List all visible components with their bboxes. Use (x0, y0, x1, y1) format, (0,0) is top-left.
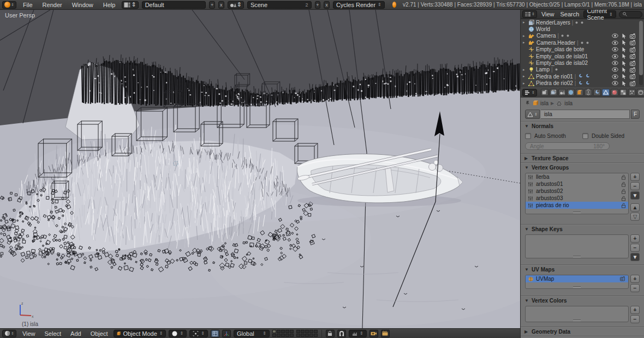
layer-toggle[interactable] (296, 334, 300, 337)
vcol-add-button[interactable]: + (630, 306, 640, 314)
render-cam-icon[interactable] (630, 67, 636, 73)
list-item-label[interactable]: arbustos01 (536, 181, 563, 187)
properties-tab-render-layers[interactable] (550, 89, 557, 96)
render-cam-icon[interactable] (630, 53, 636, 59)
eye-icon[interactable] (612, 61, 618, 66)
pointer-icon[interactable] (622, 74, 627, 79)
expand-arrow-icon[interactable]: ▸ (523, 74, 527, 79)
properties-editor-type-button[interactable]: ⇕ (522, 89, 537, 96)
outliner-menu-search[interactable]: Search (559, 11, 581, 17)
render-cam-icon[interactable] (630, 74, 636, 79)
auto-smooth-checkbox[interactable] (525, 133, 531, 139)
render-cam-icon[interactable] (630, 47, 636, 52)
expand-arrow-icon[interactable]: ▸ (523, 68, 527, 72)
layout-selector[interactable]: Default (142, 1, 206, 9)
section-uv-maps-header[interactable]: ▼ UV Maps (521, 265, 644, 274)
viewport-menu-select[interactable]: Select (41, 330, 65, 337)
breadcrumb-object-name[interactable]: isla (540, 100, 548, 106)
scene-delete-button[interactable]: x (324, 1, 330, 9)
list-resize-grip[interactable] (573, 256, 581, 257)
list-item-label[interactable]: piedras de rio (536, 202, 569, 208)
section-normals-header[interactable]: ▼ Normals (521, 122, 644, 130)
dot-icon[interactable] (580, 21, 584, 25)
pointer-icon[interactable] (622, 61, 627, 66)
lock-open-icon[interactable] (621, 182, 626, 187)
list-resize-grip[interactable] (573, 286, 581, 288)
pointer-icon[interactable] (622, 40, 627, 45)
outliner-item-label[interactable]: Empty_olas de isla02 (536, 60, 588, 66)
layer-grid-1[interactable] (272, 330, 294, 337)
layer-toggle[interactable] (305, 334, 309, 337)
outliner-search-input[interactable] (619, 11, 642, 18)
menu-file[interactable]: File (20, 2, 36, 8)
eye-icon[interactable] (612, 33, 618, 39)
pointer-icon[interactable] (622, 47, 627, 52)
layer-toggle[interactable] (290, 334, 294, 337)
layer-toggle[interactable] (272, 330, 276, 333)
viewport-editor-type-button[interactable]: ⇕ (2, 330, 16, 337)
menu-help[interactable]: Help (100, 2, 119, 8)
object-cube-icon[interactable] (533, 100, 538, 106)
outliner-row[interactable]: ▸RenderLayers| (521, 19, 644, 26)
pointer-icon[interactable] (622, 81, 627, 86)
layer-toggle[interactable] (277, 330, 281, 333)
pivot-selector[interactable]: ⇕ (189, 330, 208, 337)
layout-add-button[interactable]: + (209, 1, 215, 9)
viewport-menu-object[interactable]: Object (87, 330, 111, 337)
outliner-item-label[interactable]: Empty_olas de bote (536, 46, 584, 52)
expand-arrow-icon[interactable]: ▸ (523, 34, 527, 38)
properties-tab-particles[interactable] (628, 89, 636, 96)
render-cam-icon[interactable] (630, 33, 636, 39)
pointer-icon[interactable] (622, 33, 627, 39)
eye-icon[interactable] (612, 40, 618, 45)
dot-icon[interactable] (554, 68, 558, 71)
menu-window[interactable]: Window (69, 2, 97, 8)
eye-icon[interactable] (612, 74, 618, 79)
layer-toggle[interactable] (305, 330, 309, 333)
outliner-row[interactable]: ▸Camera.Header| (521, 39, 644, 46)
properties-tab-texture[interactable] (619, 89, 627, 96)
shapekey-specials-button[interactable]: ▼ (630, 253, 640, 261)
properties-tab-world[interactable] (567, 89, 575, 96)
outliner-row[interactable]: Empty_olas de isla02 (521, 59, 644, 66)
outliner-row[interactable]: ▸Camera| (521, 33, 644, 39)
section-shape-keys-header[interactable]: ▼ Shape Keys (521, 225, 644, 233)
layout-delete-button[interactable]: x (218, 1, 224, 9)
outliner-item-label[interactable]: Empty_olas de isla01 (536, 53, 588, 59)
list-item[interactable]: piedras de rio (526, 202, 628, 209)
vgroup-move-up-button[interactable]: ▲ (630, 203, 640, 212)
expand-arrow-icon[interactable]: ▸ (523, 81, 527, 86)
layer-toggle[interactable] (314, 334, 318, 337)
layer-toggle[interactable] (296, 330, 300, 333)
viewport-menu-view[interactable]: View (19, 330, 39, 337)
double-sided-checkbox[interactable] (582, 133, 588, 139)
lock-open-icon[interactable] (621, 174, 626, 180)
shapekey-add-button[interactable]: + (630, 234, 640, 243)
layer-toggle[interactable] (301, 334, 305, 337)
manipulator-axis-icon[interactable] (222, 330, 231, 337)
breadcrumb-data-name[interactable]: isla (564, 100, 573, 106)
layer-grid-2[interactable] (296, 330, 318, 337)
layer-toggle[interactable] (309, 334, 313, 337)
wrench-icon[interactable] (577, 74, 583, 79)
eye-icon[interactable] (612, 47, 618, 52)
vcol-remove-button[interactable]: − (630, 315, 640, 323)
properties-tab-constraints[interactable] (585, 89, 592, 96)
dot-icon[interactable] (575, 21, 579, 25)
list-resize-grip[interactable] (573, 212, 581, 213)
layer-toggle[interactable] (281, 334, 285, 337)
list-item[interactable]: arbustos02 (526, 188, 628, 195)
outliner-item-label[interactable]: World (536, 26, 550, 32)
section-vertex-colors-header[interactable]: ▼ Vertex Colors (521, 296, 644, 305)
dot-icon[interactable] (586, 41, 589, 45)
mesh-data-icon[interactable] (556, 100, 562, 106)
outliner-row[interactable]: Empty_olas de bote (521, 46, 644, 53)
expand-arrow-icon[interactable]: ▸ (523, 40, 527, 45)
pin-icon[interactable] (525, 100, 530, 106)
properties-tab-object[interactable] (576, 89, 583, 96)
datablock-type-button[interactable]: ⇕ (525, 110, 540, 119)
section-vertex-groups-header[interactable]: ▼ Vertex Groups (521, 163, 644, 172)
outliner-row[interactable]: ▸Piedra de rio01| (521, 73, 644, 80)
snap-element-selector[interactable]: ⇕ (349, 330, 367, 337)
manipulator-toggle-icon[interactable] (211, 330, 219, 337)
